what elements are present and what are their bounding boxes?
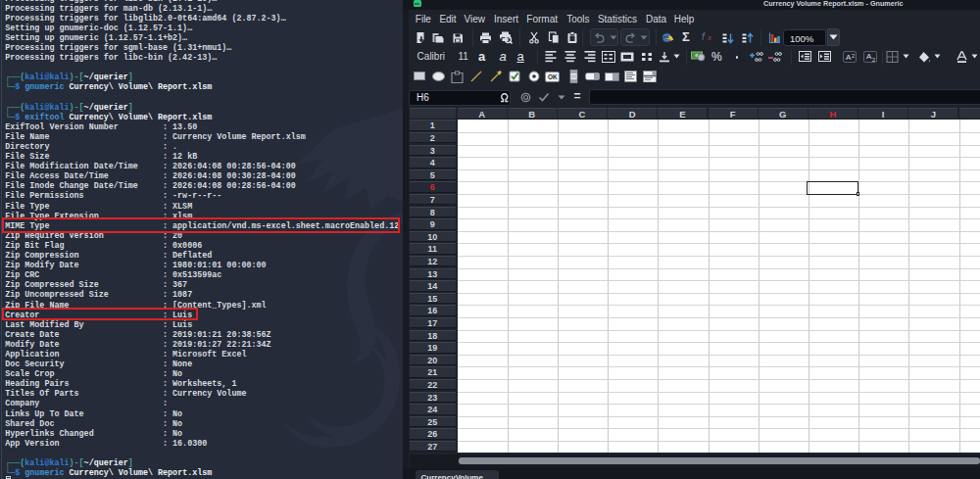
svg-text:2: 2 bbox=[852, 52, 855, 58]
svg-text:2: 2 bbox=[872, 56, 875, 62]
svg-text:OK: OK bbox=[548, 73, 558, 80]
